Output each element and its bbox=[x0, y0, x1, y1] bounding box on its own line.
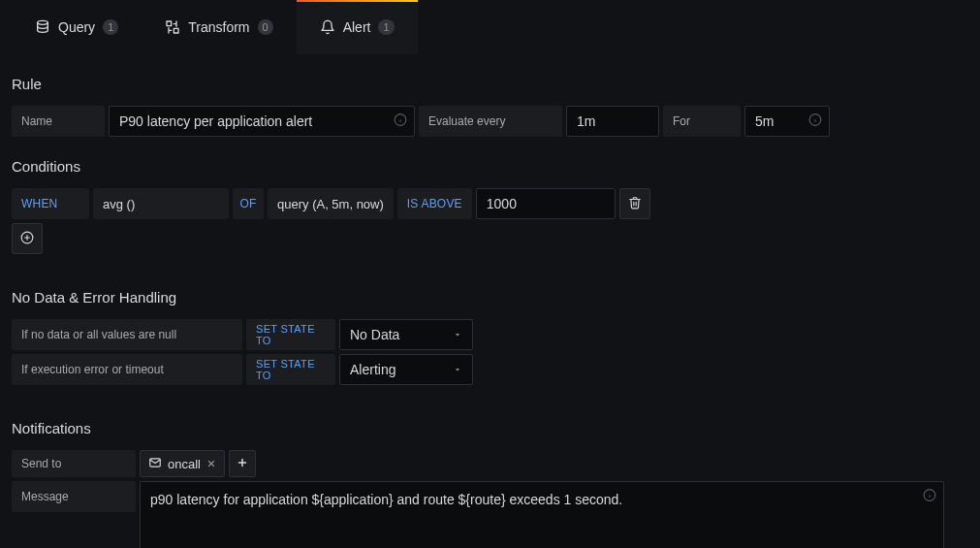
when-label[interactable]: WHEN bbox=[12, 188, 89, 219]
nodata-null-row: If no data or all values are null SET ST… bbox=[12, 319, 968, 350]
alert-name-wrap bbox=[109, 106, 415, 137]
svg-rect-2 bbox=[174, 28, 179, 33]
content: Rule Name Evaluate every For bbox=[0, 54, 980, 548]
notifications-title: Notifications bbox=[12, 420, 968, 436]
add-condition-row bbox=[12, 223, 968, 254]
conditions-title: Conditions bbox=[12, 158, 968, 175]
tab-query[interactable]: Query 1 bbox=[12, 0, 142, 54]
message-wrap bbox=[140, 481, 944, 548]
conditions-section: Conditions WHEN avg () OF query (A, 5m, … bbox=[12, 158, 968, 254]
nodata-error-row: If execution error or timeout SET STATE … bbox=[12, 354, 968, 385]
rule-title: Rule bbox=[12, 76, 968, 92]
of-label[interactable]: OF bbox=[233, 188, 264, 219]
alert-name-input[interactable] bbox=[109, 106, 415, 137]
set-state-label: SET STATE TO bbox=[246, 319, 335, 350]
for-wrap bbox=[744, 106, 830, 137]
aggregator-chip[interactable]: avg () bbox=[93, 188, 229, 219]
tab-alert-count: 1 bbox=[378, 19, 394, 35]
rule-section: Rule Name Evaluate every For bbox=[12, 76, 968, 137]
nodata-title: No Data & Error Handling bbox=[12, 289, 968, 306]
query-expr-chip[interactable]: query (A, 5m, now) bbox=[268, 188, 394, 219]
nodata-null-label: If no data or all values are null bbox=[12, 319, 242, 350]
caret-down-icon bbox=[453, 362, 462, 377]
svg-rect-1 bbox=[167, 21, 172, 26]
delete-condition-button[interactable] bbox=[619, 188, 650, 219]
notifications-section: Notifications Send to oncall bbox=[12, 420, 968, 548]
nodata-error-select[interactable]: Alerting bbox=[339, 354, 473, 385]
comparator-label[interactable]: IS ABOVE bbox=[397, 188, 472, 219]
nodata-error-label: If execution error or timeout bbox=[12, 354, 242, 385]
tab-alert-label: Alert bbox=[343, 19, 371, 35]
nodata-null-value: No Data bbox=[350, 327, 399, 342]
plus-circle-icon bbox=[20, 231, 34, 247]
set-state-label: SET STATE TO bbox=[246, 354, 335, 385]
threshold-input[interactable] bbox=[476, 188, 616, 219]
add-condition-button[interactable] bbox=[12, 223, 43, 254]
bell-icon bbox=[320, 19, 335, 35]
content-scroll[interactable]: Rule Name Evaluate every For bbox=[0, 54, 980, 548]
tab-alert[interactable]: Alert 1 bbox=[297, 0, 418, 54]
tab-bar: Query 1 Transform 0 Alert 1 bbox=[0, 0, 980, 54]
database-icon bbox=[35, 19, 50, 35]
tab-transform[interactable]: Transform 0 bbox=[142, 0, 296, 54]
name-label: Name bbox=[12, 106, 105, 137]
nodata-null-select[interactable]: No Data bbox=[339, 319, 473, 350]
transform-icon bbox=[165, 19, 180, 35]
sendto-label: Send to bbox=[12, 450, 136, 477]
caret-down-icon bbox=[453, 327, 462, 342]
svg-point-0 bbox=[38, 20, 48, 24]
message-label: Message bbox=[12, 481, 136, 512]
tab-query-label: Query bbox=[58, 19, 95, 35]
alert-editor-page: Query 1 Transform 0 Alert 1 Rule Name bbox=[0, 0, 980, 548]
for-label: For bbox=[663, 106, 741, 137]
nodata-section: No Data & Error Handling If no data or a… bbox=[12, 289, 968, 385]
channel-name: oncall bbox=[168, 457, 201, 471]
add-channel-button[interactable] bbox=[229, 450, 256, 477]
evaluate-every-label: Evaluate every bbox=[419, 106, 562, 137]
evaluate-every-input[interactable] bbox=[566, 106, 659, 137]
tab-query-count: 1 bbox=[103, 19, 118, 35]
trash-icon bbox=[628, 196, 642, 212]
rule-row: Name Evaluate every For bbox=[12, 106, 968, 137]
tab-transform-label: Transform bbox=[188, 19, 249, 35]
mail-icon bbox=[148, 456, 162, 472]
plus-icon bbox=[237, 457, 248, 471]
tab-transform-count: 0 bbox=[258, 19, 273, 35]
condition-row: WHEN avg () OF query (A, 5m, now) IS ABO… bbox=[12, 188, 968, 219]
message-row: Message bbox=[12, 481, 968, 548]
notification-channel-tag[interactable]: oncall bbox=[140, 450, 225, 477]
nodata-error-value: Alerting bbox=[350, 362, 395, 377]
sendto-row: Send to oncall bbox=[12, 450, 968, 477]
message-textarea[interactable] bbox=[140, 481, 944, 548]
for-input[interactable] bbox=[744, 106, 830, 137]
remove-channel-button[interactable] bbox=[206, 457, 216, 471]
